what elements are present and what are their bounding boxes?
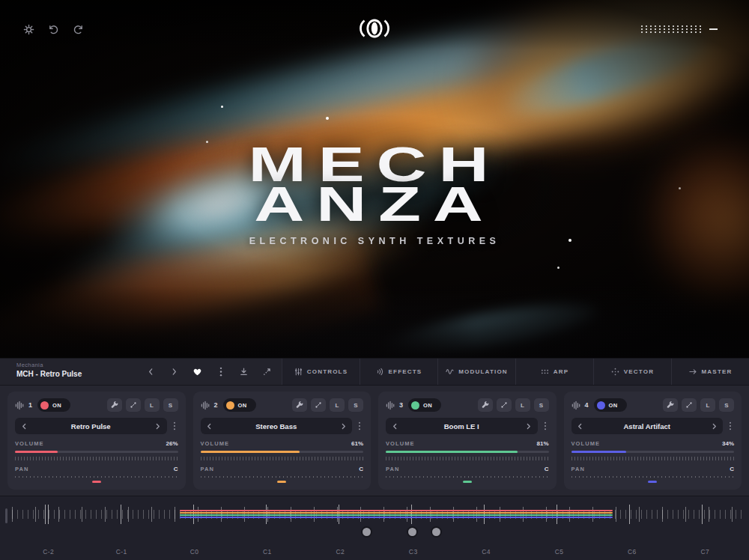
- range-handle[interactable]: [432, 528, 440, 536]
- preset-prev-button[interactable]: [389, 421, 400, 431]
- pan-label: PAN: [15, 466, 29, 472]
- chevron-right-icon: [340, 423, 347, 430]
- undo-button[interactable]: [44, 20, 62, 38]
- preset-menu-button[interactable]: [727, 421, 734, 430]
- pan-marker: [648, 481, 657, 483]
- keyboard-ruler[interactable]: [12, 502, 742, 526]
- preset-prev-button[interactable]: [19, 421, 29, 431]
- channel-route-button[interactable]: [311, 398, 326, 412]
- preset-next-button[interactable]: [709, 421, 719, 431]
- key-range-channel-2[interactable]: [180, 512, 613, 514]
- logo-icon: [357, 18, 392, 39]
- preset-prev-button[interactable]: [575, 421, 586, 431]
- preset-prev-button[interactable]: [204, 421, 215, 431]
- channel-route-button[interactable]: [126, 398, 141, 412]
- chevron-right-icon: [525, 423, 532, 430]
- channel-on-toggle[interactable]: ON: [408, 398, 441, 412]
- pan-slider[interactable]: [201, 476, 364, 478]
- channel-latch-button[interactable]: L: [330, 398, 345, 412]
- tab-modulation[interactable]: MODULATION: [437, 359, 515, 385]
- channel-edit-button[interactable]: [292, 398, 307, 412]
- volume-value: 81%: [536, 440, 548, 447]
- pan-label: PAN: [571, 466, 586, 472]
- save-preset-button[interactable]: [232, 359, 255, 386]
- channel-edit-button[interactable]: [107, 398, 122, 412]
- octave-label: C-2: [12, 548, 85, 556]
- volume-slider[interactable]: [386, 451, 549, 453]
- channel-solo-button[interactable]: S: [534, 398, 549, 412]
- channel-latch-button[interactable]: L: [515, 398, 530, 412]
- preset-menu-button[interactable]: [356, 421, 363, 430]
- pan-slider[interactable]: [386, 476, 549, 478]
- channel-edit-button[interactable]: [478, 398, 493, 412]
- favorite-button[interactable]: [186, 359, 209, 386]
- waveform-icon: [386, 401, 395, 410]
- waveform-icon: [15, 401, 25, 410]
- pan-slider[interactable]: [15, 476, 178, 478]
- tab-controls[interactable]: CONTROLS: [282, 359, 360, 385]
- kebab-menu-icon: [729, 421, 732, 430]
- channel-solo-button[interactable]: S: [163, 398, 178, 412]
- tab-master[interactable]: MASTER: [671, 359, 749, 385]
- channel-solo-button[interactable]: S: [719, 398, 734, 412]
- tab-vector[interactable]: VECTOR: [593, 359, 671, 385]
- key-range-channel-4[interactable]: [180, 517, 613, 518]
- tab-effects[interactable]: EFFECTS: [360, 359, 437, 385]
- channel-strip-1: 1 ON L S Retro Pulse VO: [7, 392, 186, 490]
- volume-slider[interactable]: [15, 451, 178, 453]
- channel-route-button[interactable]: [497, 398, 512, 412]
- octave-label: C7: [669, 548, 742, 556]
- pan-marker: [92, 481, 101, 483]
- chevron-right-icon: [154, 423, 161, 430]
- settings-button[interactable]: [19, 20, 37, 38]
- pan-marker: [463, 481, 472, 483]
- sliders-icon: [294, 368, 303, 376]
- channel-on-toggle[interactable]: ON: [223, 398, 256, 412]
- dash-indicator: [709, 28, 718, 30]
- channel-on-toggle[interactable]: ON: [594, 398, 627, 412]
- preset-next-button[interactable]: [153, 421, 163, 431]
- pan-slider[interactable]: [571, 476, 735, 478]
- preset-next-button[interactable]: [524, 421, 534, 431]
- channel-latch-button[interactable]: L: [145, 398, 160, 412]
- prev-preset-button[interactable]: [139, 359, 163, 386]
- channel-latch-button[interactable]: L: [700, 398, 715, 412]
- channels-panel: 1 ON L S Retro Pulse VO: [0, 385, 749, 496]
- preset-name[interactable]: Astral Artifact: [586, 422, 709, 430]
- preset-display[interactable]: Mechania MCH - Retro Pulse: [0, 359, 139, 385]
- random-preset-button[interactable]: [255, 359, 279, 386]
- toolbar-menu-button[interactable]: [209, 359, 232, 386]
- channel-number: 4: [585, 401, 589, 409]
- volume-slider[interactable]: [201, 451, 364, 453]
- preset-menu-button[interactable]: [171, 421, 178, 430]
- range-handle[interactable]: [363, 528, 371, 536]
- chevron-left-icon: [577, 423, 583, 430]
- dot-matrix-display: [640, 25, 718, 34]
- next-preset-button[interactable]: [163, 359, 186, 386]
- wave-icon: [446, 368, 454, 376]
- toggle-knob: [40, 401, 49, 410]
- volume-slider[interactable]: [571, 451, 735, 453]
- chevron-left-icon: [21, 423, 28, 430]
- preset-name[interactable]: Boom LE I: [400, 422, 524, 430]
- volume-value: 26%: [166, 440, 178, 447]
- key-range-channel-3[interactable]: [180, 514, 613, 516]
- channel-on-toggle[interactable]: ON: [37, 398, 70, 412]
- tab-arp[interactable]: ARP: [515, 359, 593, 385]
- volume-label: VOLUME: [201, 440, 230, 447]
- preset-next-button[interactable]: [338, 421, 348, 431]
- redo-button[interactable]: [69, 20, 87, 38]
- channel-route-button[interactable]: [682, 398, 697, 412]
- preset-menu-button[interactable]: [542, 421, 549, 430]
- preset-name[interactable]: Retro Pulse: [29, 422, 153, 430]
- range-handle[interactable]: [408, 528, 416, 536]
- channel-edit-button[interactable]: [663, 398, 678, 412]
- key-range-channel-1[interactable]: [180, 510, 613, 511]
- preset-selector: Retro Pulse: [15, 418, 167, 434]
- waveform-icon: [201, 401, 210, 410]
- channel-solo-button[interactable]: S: [348, 398, 363, 412]
- keyboard-scroll-handle[interactable]: [5, 508, 7, 523]
- toggle-on-label: ON: [52, 402, 61, 409]
- preset-name[interactable]: Stereo Bass: [215, 422, 339, 430]
- current-preset-name: MCH - Retro Pulse: [16, 370, 139, 378]
